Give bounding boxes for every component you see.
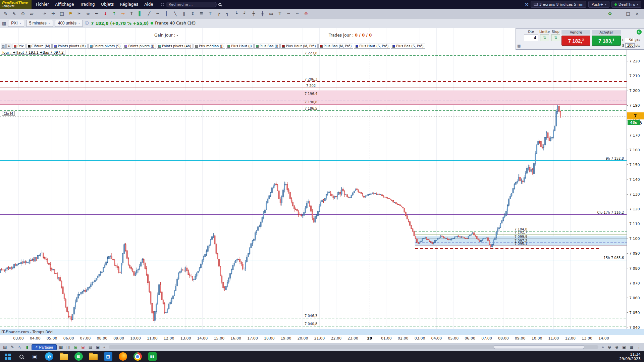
move-icon[interactable]: ✛	[49, 10, 57, 17]
chart-settings-icon[interactable]: ⊛	[302, 10, 310, 17]
sell-button[interactable]: 7 182,3	[561, 36, 590, 46]
indicator-chip-cloture-m[interactable]: Clôture (M)	[26, 44, 52, 49]
calculator-icon[interactable]: ▦	[517, 44, 521, 48]
dealthru-selector[interactable]: DealThru ▾	[611, 1, 641, 8]
scissors-icon[interactable]: ✂	[75, 10, 84, 17]
taskbar-edge-icon[interactable]: e	[42, 351, 56, 362]
link-icon[interactable]: ∞	[84, 10, 92, 17]
pen-icon[interactable]: ✒	[93, 10, 101, 17]
info-icon[interactable]: ⓘ	[85, 20, 89, 26]
chart-type-icon[interactable]: ▦	[2, 21, 6, 26]
eraser-icon[interactable]: ▱	[28, 10, 36, 17]
app-logo[interactable]: ProRealTime Complete	[0, 0, 32, 9]
taskbar-folder-icon[interactable]	[86, 351, 101, 362]
trendline-icon[interactable]: ╱	[145, 10, 153, 17]
minimize-icon[interactable]: –	[615, 10, 623, 17]
menu-reglages[interactable]: Réglages	[117, 0, 141, 9]
indicator-chip-prix-median-j[interactable]: Prix médian (J)	[194, 44, 225, 49]
taskbar-store-icon[interactable]: ⊞	[101, 351, 115, 362]
report-icon[interactable]: ▤	[87, 344, 94, 350]
price-chart-canvas[interactable]: 7 223,87 206,37 2027 196,47 190,87 186,5…	[0, 28, 644, 329]
snapshot-icon[interactable]: ▣	[95, 344, 101, 350]
taskbar-search-button[interactable]	[15, 351, 28, 362]
line-chart-icon[interactable]: ∿	[16, 344, 23, 350]
alert-icon[interactable]: ⚑	[66, 10, 75, 17]
taskbar-prorealtime-icon[interactable]: ▮▮	[145, 351, 160, 362]
units-selector[interactable]: 400 unités ▾	[55, 20, 83, 27]
taskbar-spotify-icon[interactable]: ≋	[71, 351, 86, 362]
taskbar-clock[interactable]: 11:34 29/09/2023	[620, 352, 644, 361]
limit-preset-input[interactable]	[625, 38, 634, 42]
symbol-selector[interactable]: PXI ▾	[8, 20, 24, 27]
start-button[interactable]	[1, 351, 15, 362]
oblique-line-icon[interactable]: ╲	[171, 10, 179, 17]
indicator-chip-plus-bas-m-pre[interactable]: Plus Bas (M, Pré)	[318, 44, 354, 49]
indicator-chip-points-pivots-4h[interactable]: Points pivots (4h)	[157, 44, 193, 49]
scroll-left-icon[interactable]: «	[102, 345, 107, 349]
indicator-chip-points-pivots-j[interactable]: Points pivots (J)	[123, 44, 156, 49]
timeframe-selector[interactable]: 5 minutes ▾	[26, 20, 53, 27]
share-button[interactable]: ↗ Partager	[32, 344, 57, 350]
exit-arrow-icon[interactable]: →	[119, 10, 127, 17]
workspace-selector[interactable]: 3 écrans 8 indices 5 mn	[531, 1, 587, 8]
menu-affichage[interactable]: Affichage	[52, 0, 77, 9]
workspace-plant-icon[interactable]: ✿	[606, 10, 614, 17]
search-input[interactable]	[166, 2, 217, 7]
quantity-input[interactable]	[524, 35, 538, 41]
scrollbar-thumb[interactable]	[494, 345, 584, 349]
taskbar-firefox-icon[interactable]	[115, 351, 130, 362]
menu-objets[interactable]: Objets	[98, 0, 117, 9]
zoom-out-icon[interactable]: ⊖	[606, 344, 613, 350]
red-screen-icon[interactable]: ⊞	[80, 344, 87, 350]
legend-add-icon[interactable]: ✚	[6, 44, 11, 49]
menu-trading[interactable]: Trading	[77, 0, 98, 9]
indicator-chip-plus-bas-s-pre[interactable]: Plus Bas (S, Pré)	[391, 44, 425, 49]
stop-order-button[interactable]: ⇅	[551, 35, 560, 41]
taskbar-explorer-icon[interactable]	[56, 351, 71, 362]
close-icon[interactable]: ×	[633, 10, 641, 17]
ruler-icon[interactable]: ▭	[267, 10, 275, 17]
select-cursor-icon[interactable]: ⇖	[10, 10, 18, 17]
refresh-icon[interactable]: ↻	[637, 30, 642, 35]
menu-aide[interactable]: Aide	[141, 0, 156, 9]
limit-order-button[interactable]: ⇅	[540, 35, 549, 41]
text-icon[interactable]: T	[127, 10, 136, 17]
annotation-icon[interactable]: T	[276, 10, 284, 17]
zoom-icon[interactable]: ⊙	[19, 10, 27, 17]
split-view-icon[interactable]: ◫	[65, 344, 72, 350]
legend-settings-icon[interactable]: ▤	[1, 44, 6, 49]
fit-screen-icon[interactable]: ▣	[621, 344, 628, 350]
buy-arrow-icon[interactable]: ↑	[110, 10, 118, 17]
taskbar-chrome-icon[interactable]	[130, 351, 145, 362]
more-icon[interactable]: ⋮	[636, 344, 642, 350]
horizontal-line-icon[interactable]: ─	[154, 10, 162, 17]
menu-fichier[interactable]: Fichier	[33, 0, 52, 9]
autoscale-icon[interactable]: ⇕	[189, 10, 197, 17]
zoom-in-icon[interactable]: ⊕	[613, 344, 620, 350]
scroll-right-icon[interactable]: »	[601, 345, 605, 349]
channel-icon[interactable]: ∥	[180, 10, 188, 17]
brush-icon[interactable]: ✑	[40, 10, 49, 17]
stop-preset-input[interactable]	[625, 43, 635, 48]
level-tool-4-icon[interactable]: ┘	[241, 10, 249, 17]
level-tool-6-icon[interactable]: ╪	[258, 10, 267, 17]
indicator-chip-plus-haut-m-pre[interactable]: Plus Haut (M, Pré)	[280, 44, 317, 49]
text-note-icon[interactable]: T	[206, 10, 214, 17]
sell-arrow-icon[interactable]: ↓	[101, 10, 110, 17]
level-tool-3-icon[interactable]: └	[232, 10, 240, 17]
tools-icon[interactable]: ⚒	[525, 2, 529, 7]
sort-icon[interactable]: ≣	[197, 10, 206, 17]
push-selector[interactable]: Push+ ▾	[588, 1, 609, 8]
indicator-chip-prix[interactable]: Prix	[12, 44, 25, 49]
indicator-chip-plus-bas-j[interactable]: Plus Bas (J)	[254, 44, 280, 49]
level-tool-5-icon[interactable]: ┼	[250, 10, 258, 17]
indicator-chip-plus-haut-j[interactable]: Plus Haut (J)	[226, 44, 253, 49]
indicator-chip-points-pivots-m[interactable]: Points pivots (M)	[52, 44, 87, 49]
grid-view-icon[interactable]: ▦	[58, 344, 64, 350]
dotted-line-icon[interactable]: ┈	[293, 10, 302, 17]
level-tool-2-icon[interactable]: ┐	[223, 10, 232, 17]
restore-icon[interactable]: □	[624, 10, 632, 17]
clone-icon[interactable]: ◫	[58, 10, 66, 17]
dashed-line-icon[interactable]: ┄	[284, 10, 293, 17]
pencil-icon[interactable]: ✎	[1, 10, 10, 17]
